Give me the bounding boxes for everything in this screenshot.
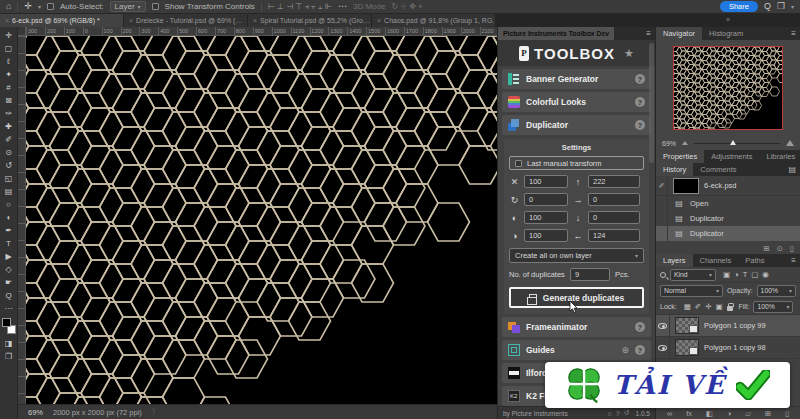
tab-histogram[interactable]: Histogram [702, 27, 750, 40]
last-manual-transform-row[interactable]: Last manual transform [509, 156, 644, 170]
eyedropper-tool-icon[interactable]: ✑ [1, 107, 17, 120]
duplicates-input[interactable]: 9 [570, 268, 610, 281]
layer-row[interactable]: Polygon 1 copy 98 [656, 337, 800, 359]
chevron-down-icon[interactable]: ▾ [791, 3, 794, 10]
offset-value-input[interactable]: 0 [588, 211, 640, 224]
adjustment-layer-icon[interactable]: ◑ [727, 409, 732, 418]
hand-tool-icon[interactable]: ☛ [1, 276, 17, 289]
auto-select-dropdown[interactable]: Layer ▾ [110, 1, 146, 12]
blend-mode-select[interactable]: Normal ▾ [660, 285, 723, 297]
share-button[interactable]: Share [720, 1, 758, 12]
fill-select[interactable]: 100% ▾ [753, 301, 793, 313]
tab-adjustments[interactable]: Adjustments [704, 150, 759, 163]
refresh-icon[interactable]: ↺ [624, 409, 630, 417]
history-source-well[interactable] [656, 211, 668, 226]
layer-group-icon[interactable]: ▱ [745, 409, 751, 418]
panel-menu-icon[interactable]: ▤ [784, 163, 800, 176]
layer-filter-select[interactable]: Kind ▾ [670, 269, 716, 281]
history-source-well[interactable] [656, 196, 668, 211]
more-options-icon[interactable]: ⋯ [338, 2, 347, 11]
visibility-cell[interactable] [656, 315, 670, 336]
workspace-icon[interactable]: ❐ [777, 2, 785, 11]
module-guides[interactable]: Guides⊛? [502, 340, 651, 360]
quick-mask-icon[interactable]: ◨ [1, 337, 17, 350]
close-icon[interactable]: × [377, 17, 381, 24]
help-icon[interactable]: ? [635, 120, 645, 130]
clone-stamp-tool-icon[interactable]: ⊙ [1, 146, 17, 159]
move-tool-icon[interactable]: ✛ [24, 2, 32, 11]
history-step[interactable]: ▤Duplicator [656, 226, 800, 241]
module-duplicator[interactable]: Duplicator? [502, 115, 651, 135]
tab-libraries[interactable]: Libraries [759, 150, 800, 163]
zoom-slider[interactable] [694, 143, 780, 144]
delete-state-icon[interactable]: ▯ [790, 244, 794, 253]
link-layers-icon[interactable]: ∞ [667, 409, 672, 418]
eraser-tool-icon[interactable]: ◱ [1, 172, 17, 185]
home-icon[interactable]: ⌂ [608, 410, 612, 417]
search-icon[interactable]: Q [764, 2, 771, 11]
transform-value-input[interactable]: 100 [524, 175, 568, 188]
crop-tool-icon[interactable]: # [1, 81, 17, 94]
history-step[interactable]: ▤Open [656, 196, 800, 211]
history-brush-source-icon[interactable]: ✐ [656, 176, 668, 195]
lock-position-icon[interactable]: ✛ [705, 302, 711, 311]
opacity-select[interactable]: 100% ▾ [757, 285, 796, 297]
zoom-in-icon[interactable] [786, 140, 794, 146]
zoom-slider-thumb[interactable] [730, 140, 736, 145]
move-tool-icon[interactable]: ✛ [1, 29, 17, 42]
zoom-tool-icon[interactable]: Q [1, 289, 17, 302]
smart-object-filter-icon[interactable]: ◉ [762, 270, 769, 279]
new-layer-icon[interactable]: ⊞ [765, 409, 771, 418]
tab-navigator[interactable]: Navigator [656, 27, 702, 40]
panel-menu-icon[interactable]: ≡ [787, 27, 800, 40]
close-icon[interactable]: × [253, 17, 257, 24]
canvas[interactable] [26, 36, 497, 404]
tab-paths[interactable]: Paths [738, 254, 771, 267]
color-swatches[interactable] [2, 318, 16, 334]
history-source-well[interactable] [656, 226, 668, 241]
status-chevron-icon[interactable]: 〉 [152, 407, 160, 417]
auto-select-checkbox[interactable] [47, 3, 54, 10]
type-tool-icon[interactable]: T [1, 237, 17, 250]
pixel-filter-icon[interactable]: ▣ [723, 270, 730, 279]
layer-row[interactable]: Polygon 1 copy 99 [656, 315, 800, 337]
screen-mode-icon[interactable]: ❐ [1, 350, 17, 363]
history-brush-tool-icon[interactable]: ↺ [1, 159, 17, 172]
brush-tool-icon[interactable]: ✐ [1, 133, 17, 146]
frame-tool-icon[interactable]: ⊠ [1, 94, 17, 107]
module-colorful-looks[interactable]: Colorful Looks? [502, 92, 651, 112]
transform-value-input[interactable]: 100 [524, 211, 568, 224]
marquee-tool-icon[interactable]: ▢ [1, 42, 17, 55]
gear-icon[interactable]: ⊛ [621, 345, 629, 355]
show-transform-checkbox[interactable] [152, 3, 159, 10]
document-tab[interactable]: ×Dreiecke - Tutorial.psd @ 69% (… [124, 14, 248, 27]
magic-wand-tool-icon[interactable]: ✦ [1, 68, 17, 81]
pen-tool-icon[interactable]: ✒ [1, 224, 17, 237]
lock-pixels-icon[interactable]: ✐ [695, 302, 701, 311]
document-tab[interactable]: ×Chaos.psd @ 91,8% (Group 1, RG… [372, 14, 496, 27]
panel-menu-icon[interactable]: ≡ [642, 27, 655, 40]
toolbox-panel-tab[interactable]: Picture Instruments Toolbox Dev [498, 27, 614, 40]
eye-icon[interactable] [658, 323, 667, 329]
visibility-cell[interactable] [656, 337, 670, 358]
help-icon[interactable]: ? [635, 74, 645, 84]
gradient-tool-icon[interactable]: ▤ [1, 185, 17, 198]
foreground-color-swatch[interactable] [2, 318, 11, 327]
align-icons[interactable]: ⊢ ⊥ ⊣ ⊤ ⫞ ⫟ ⫠ ⊩ [268, 2, 332, 12]
navigator-zoom-value[interactable]: 69% [662, 140, 676, 147]
layer-thumbnail[interactable] [675, 317, 699, 334]
favorite-star-icon[interactable]: ★ [624, 47, 634, 60]
tab-comments[interactable]: Comments [693, 163, 743, 176]
lock-all-icon[interactable] [727, 306, 733, 311]
offset-value-input[interactable]: 124 [588, 229, 640, 242]
document-tab[interactable]: ×6-eck.psd @ 69% (RGB/8) * [0, 14, 124, 27]
more-tool-icon[interactable]: ⋯ [1, 302, 17, 315]
tab-channels[interactable]: Channels [693, 254, 739, 267]
layer-thumbnail[interactable] [675, 339, 699, 356]
lock-transparency-icon[interactable]: ▦ [684, 302, 691, 311]
tab-history[interactable]: History [656, 163, 693, 176]
close-icon[interactable]: × [5, 17, 9, 24]
adjustment-filter-icon[interactable]: ◑ [734, 270, 739, 279]
lasso-tool-icon[interactable]: ℓ [1, 55, 17, 68]
delete-layer-icon[interactable]: ▯ [785, 409, 789, 418]
